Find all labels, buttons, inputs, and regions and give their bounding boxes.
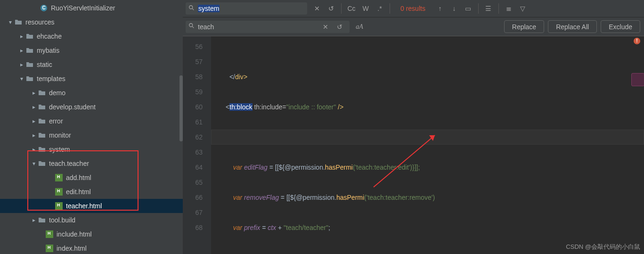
find-toolbar: system ✕ ↺ Cc W .* 0 results ↑ ↓ ▭ ☰ ≣ ▽	[183, 0, 644, 17]
tree-item[interactable]: ▸error	[0, 114, 183, 128]
clear-icon[interactable]: ✕	[319, 21, 332, 33]
folder-icon	[38, 159, 46, 168]
chevron-icon[interactable]: ▸	[30, 90, 38, 96]
folder-icon	[25, 46, 34, 55]
folder-icon	[14, 18, 23, 26]
history-icon[interactable]: ↺	[325, 2, 337, 15]
line-number: 56	[183, 39, 203, 54]
tree-item-label: index.html	[57, 245, 87, 252]
ide-side-icon[interactable]	[631, 73, 644, 86]
replace-input[interactable]	[198, 23, 318, 31]
tree-item[interactable]: ▸demo	[0, 86, 183, 100]
tree-item-label: demo	[49, 89, 65, 97]
folder-icon	[38, 216, 46, 224]
tree-item-label: monitor	[49, 131, 71, 139]
preserve-case-icon[interactable]: aA	[353, 21, 366, 33]
tree-item[interactable]: teacher.html	[0, 199, 183, 213]
filter-icon[interactable]: ▽	[517, 2, 529, 15]
whole-word-toggle[interactable]: W	[359, 2, 372, 15]
editor-panel: system ✕ ↺ Cc W .* 0 results ↑ ↓ ▭ ☰ ≣ ▽	[183, 0, 644, 254]
folder-icon	[25, 32, 34, 41]
folder-icon	[38, 117, 46, 125]
tree-item[interactable]: ▸ehcache	[0, 29, 183, 43]
filter-settings-icon[interactable]: ≣	[503, 2, 515, 15]
line-number: 58	[183, 69, 203, 84]
current-line-highlight	[211, 130, 644, 145]
chevron-icon[interactable]: ▸	[30, 146, 38, 153]
line-number: 63	[183, 145, 203, 160]
tree-item-label: static	[37, 61, 52, 68]
tree-item[interactable]: CRuoYiServletInitializer	[0, 1, 183, 15]
tree-item-label: templates	[37, 75, 65, 82]
chevron-icon[interactable]: ▾	[18, 75, 25, 82]
tree-item[interactable]: ▸static	[0, 57, 183, 72]
prev-match-icon[interactable]: ↑	[434, 2, 446, 15]
tree-item-label: ehcache	[37, 33, 62, 40]
line-gutter: 56575859606162636465666768	[183, 36, 211, 254]
tree-item[interactable]: ▸mybatis	[0, 43, 183, 57]
select-all-icon[interactable]: ▭	[462, 2, 474, 15]
tree-item-label: edit.html	[66, 188, 91, 196]
chevron-icon[interactable]: ▸	[18, 47, 25, 54]
html-file-icon	[55, 188, 63, 196]
tree-item[interactable]: ▾teach.teacher	[0, 156, 183, 171]
history-icon[interactable]: ↺	[334, 21, 346, 33]
occurrences-icon[interactable]: ☰	[482, 2, 495, 15]
code-area[interactable]: 56575859606162636465666768 </div> <th:bl…	[183, 36, 644, 254]
chevron-icon[interactable]: ▸	[30, 118, 38, 124]
tree-item-label: add.html	[66, 174, 91, 181]
html-file-icon	[45, 244, 54, 253]
search-icon	[188, 23, 195, 31]
tree-item[interactable]: add.html	[0, 171, 183, 185]
tree-item[interactable]: ▸system	[0, 142, 183, 156]
chevron-icon[interactable]: ▸	[30, 104, 38, 110]
tree-item-label: teacher.html	[66, 202, 102, 210]
replace-all-button[interactable]: Replace All	[548, 20, 597, 33]
tree-item[interactable]: ▾templates	[0, 72, 183, 86]
results-count: 0 results	[400, 5, 425, 12]
chevron-icon[interactable]: ▾	[7, 19, 14, 25]
chevron-icon[interactable]: ▸	[18, 61, 25, 68]
chevron-icon[interactable]: ▸	[30, 217, 38, 223]
line-number: 57	[183, 54, 203, 69]
line-number: 62	[183, 130, 203, 145]
chevron-icon[interactable]: ▸	[30, 132, 38, 139]
tree-item[interactable]: ▸monitor	[0, 128, 183, 142]
tree-item[interactable]: ▾resources	[0, 15, 183, 29]
clear-icon[interactable]: ✕	[311, 2, 323, 15]
class-icon: C	[40, 4, 48, 12]
line-number: 67	[183, 205, 203, 220]
tree-item-label: develop.student	[49, 103, 96, 111]
html-file-icon	[45, 230, 54, 238]
folder-icon	[25, 74, 34, 83]
tree-item-label: tool.build	[49, 216, 75, 224]
error-indicator-icon[interactable]: !	[634, 38, 640, 44]
match-case-toggle[interactable]: Cc	[345, 2, 358, 15]
exclude-button[interactable]: Exclude	[601, 20, 640, 33]
line-number: 59	[183, 84, 203, 99]
sidebar-scrollbar[interactable]	[179, 75, 183, 141]
tree-item[interactable]: ▸develop.student	[0, 100, 183, 114]
next-match-icon[interactable]: ↓	[448, 2, 460, 15]
line-number: 61	[183, 115, 203, 130]
chevron-icon[interactable]: ▾	[30, 160, 38, 167]
watermark-text: CSDN @会敲代码的小白鼠	[566, 243, 640, 251]
tree-item[interactable]: include.html	[0, 227, 183, 241]
folder-icon	[38, 145, 46, 154]
chevron-icon[interactable]: ▸	[18, 33, 25, 40]
replace-input-box[interactable]: ✕ ↺	[186, 21, 350, 33]
html-file-icon	[55, 173, 63, 182]
folder-icon	[38, 131, 46, 139]
code-text[interactable]: </div> <th:block th:include="include :: …	[211, 36, 644, 254]
tree-item[interactable]: edit.html	[0, 185, 183, 199]
find-input-box[interactable]: system	[186, 2, 307, 15]
line-number: 68	[183, 220, 203, 235]
tree-item[interactable]: ▸tool.build	[0, 213, 183, 227]
line-number: 60	[183, 99, 203, 115]
replace-button[interactable]: Replace	[504, 20, 544, 33]
folder-icon	[38, 103, 46, 111]
regex-toggle[interactable]: .*	[374, 2, 386, 15]
find-input-value[interactable]: system	[198, 5, 220, 12]
tree-item[interactable]: index.html	[0, 241, 183, 254]
tree-item-label: error	[49, 117, 63, 125]
